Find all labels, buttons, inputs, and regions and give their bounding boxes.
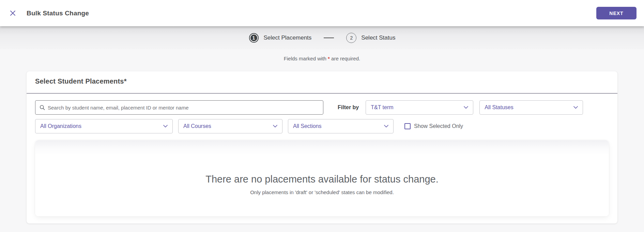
close-icon [10,10,16,16]
search-box [35,100,323,115]
close-button[interactable] [7,8,18,18]
content-area: Fields marked with * are required. Selec… [0,49,644,232]
placement-search-input[interactable] [48,105,319,111]
checkbox-unchecked-icon [404,123,411,129]
required-note-suffix: are required. [330,56,360,61]
chevron-down-icon [384,125,388,128]
step-select-status[interactable]: 2 Select Status [346,33,395,43]
filter-row-primary: Filter by T&T term All Statuses [35,100,609,115]
organizations-select-value: All Organizations [40,123,81,129]
step-2-label: Select Status [361,34,395,41]
chevron-down-icon [163,125,168,128]
select-placements-card: Select Student Placements* Filter by T&T… [27,71,617,223]
required-fields-note: Fields marked with * are required. [0,56,644,61]
step-select-placements[interactable]: 1 Select Placements [249,33,312,43]
term-select[interactable]: T&T term [366,100,473,115]
sections-select-value: All Sections [293,123,322,129]
courses-select[interactable]: All Courses [178,119,282,133]
step-2-badge: 2 [346,33,356,43]
search-icon [40,105,45,110]
show-selected-only-toggle[interactable]: Show Selected Only [404,123,463,129]
placements-empty-state: There are no placements available for st… [35,140,609,216]
courses-select-value: All Courses [183,123,211,129]
organizations-select[interactable]: All Organizations [35,119,173,133]
show-selected-only-label: Show Selected Only [414,123,463,129]
empty-state-title: There are no placements available for st… [205,174,439,185]
chevron-down-icon [573,106,578,109]
step-1-badge: 1 [250,34,258,42]
card-heading: Select Student Placements [35,77,124,85]
card-heading-asterisk: * [124,77,127,85]
stepper: 1 Select Placements 2 Select Status [0,26,644,49]
required-note-prefix: Fields marked with [284,56,328,61]
next-button[interactable]: NEXT [596,7,637,19]
page-title: Bulk Status Change [27,10,89,17]
chevron-down-icon [464,106,468,109]
statuses-select[interactable]: All Statuses [479,100,583,115]
top-bar: Bulk Status Change NEXT [0,0,644,26]
statuses-select-value: All Statuses [485,104,513,111]
empty-state-subtitle: Only placements in 'draft' or 'scheduled… [250,189,394,195]
bulk-status-change-page: Bulk Status Change NEXT 1 Select Placeme… [0,0,644,232]
card-header: Select Student Placements* [27,71,617,93]
step-separator-line [324,38,334,38]
card-body: Filter by T&T term All Statuses [27,93,617,216]
step-1-label: Select Placements [264,34,312,41]
filter-row-secondary: All Organizations All Courses All Sectio… [35,119,609,133]
chevron-down-icon [273,125,277,128]
sections-select[interactable]: All Sections [288,119,394,133]
term-select-value: T&T term [371,104,393,111]
filter-by-label: Filter by [338,104,359,111]
